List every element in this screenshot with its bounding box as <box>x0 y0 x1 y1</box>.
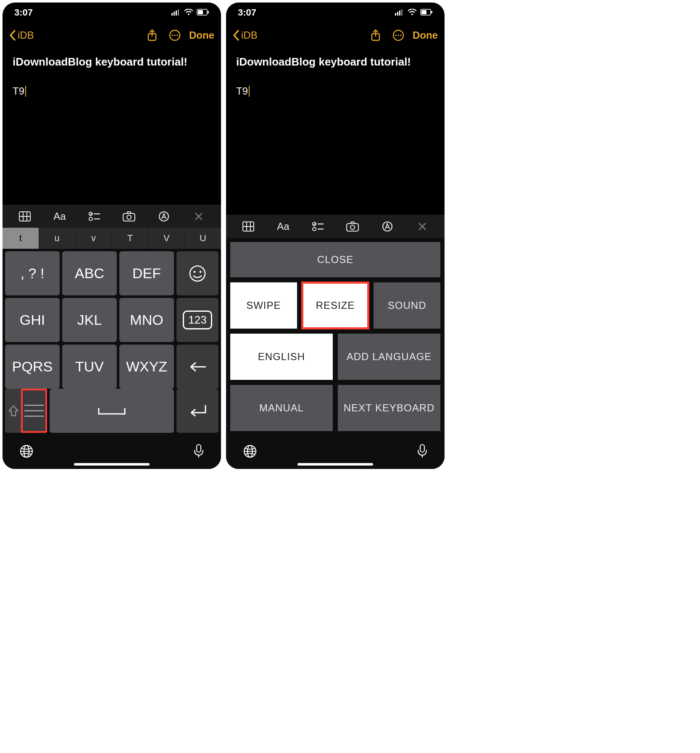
note-heading: iDownloadBlog keyboard tutorial! <box>13 55 211 68</box>
svg-point-11 <box>174 34 176 36</box>
suggestion-row: t u v T V U <box>3 228 221 249</box>
suggestion-item[interactable]: v <box>76 228 112 249</box>
settings-next-keyboard-button[interactable]: NEXT KEYBOARD <box>338 385 440 431</box>
status-icons <box>171 7 209 18</box>
text-cursor <box>25 86 26 97</box>
checklist-icon[interactable] <box>85 207 104 226</box>
svg-point-39 <box>411 13 413 15</box>
svg-point-4 <box>188 13 189 15</box>
shift-icon <box>8 404 18 418</box>
share-button[interactable] <box>367 27 384 44</box>
home-indicator <box>74 463 150 466</box>
svg-point-54 <box>313 227 316 231</box>
key-return[interactable] <box>176 389 218 433</box>
suggestion-item[interactable]: U <box>185 228 221 249</box>
key-wxyz[interactable]: WXYZ <box>119 345 174 389</box>
svg-rect-3 <box>178 9 179 16</box>
svg-point-27 <box>194 271 196 273</box>
share-button[interactable] <box>144 27 161 44</box>
battery-icon <box>420 7 433 18</box>
more-button[interactable] <box>390 27 407 44</box>
camera-icon[interactable] <box>343 217 362 236</box>
back-button[interactable]: iDB <box>233 29 258 41</box>
key-emoji[interactable] <box>176 251 218 295</box>
done-button[interactable]: Done <box>189 29 214 41</box>
format-icon[interactable]: Aa <box>50 207 69 226</box>
key-punct[interactable]: , ? ! <box>5 251 60 295</box>
key-pqrs[interactable]: PQRS <box>5 345 60 389</box>
back-button[interactable]: iDB <box>9 29 34 41</box>
svg-rect-37 <box>399 11 400 16</box>
note-body[interactable]: iDownloadBlog keyboard tutorial! T9 <box>3 48 221 205</box>
notes-toolbar: Aa <box>226 215 445 238</box>
settings-english-button[interactable]: ENGLISH <box>230 334 333 380</box>
camera-icon[interactable] <box>120 207 138 226</box>
svg-point-26 <box>190 266 205 281</box>
table-icon[interactable] <box>16 207 34 226</box>
close-toolbar-icon[interactable] <box>413 217 432 236</box>
svg-point-57 <box>350 225 355 229</box>
t9-keyboard: , ? ! ABC DEF GHI JKL MNO 123 PQRS TUV W… <box>3 249 221 389</box>
svg-rect-38 <box>401 9 403 16</box>
note-timestamp: April 28, 2023 at 3:07 PM <box>3 28 221 37</box>
table-icon[interactable] <box>239 217 258 236</box>
key-def[interactable]: DEF <box>119 251 174 295</box>
settings-manual-button[interactable]: MANUAL <box>230 385 333 431</box>
note-line: T9 <box>13 85 211 97</box>
wifi-icon <box>408 7 417 18</box>
markup-icon[interactable] <box>378 217 397 236</box>
svg-point-12 <box>176 34 178 36</box>
svg-rect-41 <box>421 10 426 14</box>
note-body[interactable]: iDownloadBlog keyboard tutorial! T9 <box>226 48 445 215</box>
status-time: 3:07 <box>14 7 33 18</box>
suggestion-item[interactable]: u <box>39 228 76 249</box>
settings-add-language-button[interactable]: ADD LANGUAGE <box>338 334 440 380</box>
shift-menu-key[interactable] <box>5 389 47 433</box>
key-backspace[interactable] <box>176 345 218 389</box>
note-timestamp: April 28, 2023 at 3:07 PM <box>226 28 445 37</box>
svg-point-10 <box>171 34 173 36</box>
mic-icon[interactable] <box>417 444 428 461</box>
phone-right: 3:07 April 28, 2023 at 3:07 PM iDB Done … <box>226 3 445 469</box>
status-bar: 3:07 <box>226 3 445 23</box>
notes-toolbar: Aa <box>3 205 221 228</box>
done-button[interactable]: Done <box>413 29 438 41</box>
format-icon[interactable]: Aa <box>274 217 292 236</box>
phone-left: 3:07 April 28, 2023 at 3:07 PM iDB Done <box>3 3 221 469</box>
more-button[interactable] <box>166 27 183 44</box>
nav-bar: April 28, 2023 at 3:07 PM iDB Done <box>3 23 221 48</box>
key-ghi[interactable]: GHI <box>5 298 60 342</box>
text-cursor <box>249 86 250 97</box>
key-abc[interactable]: ABC <box>62 251 117 295</box>
svg-point-19 <box>89 217 92 221</box>
suggestion-item[interactable]: V <box>148 228 185 249</box>
settings-swipe-button[interactable]: SWIPE <box>230 282 297 329</box>
svg-rect-35 <box>395 13 396 16</box>
suggestion-item[interactable]: t <box>3 228 39 249</box>
key-123[interactable]: 123 <box>176 298 218 342</box>
back-label: iDB <box>241 29 258 41</box>
mic-icon[interactable] <box>193 444 204 461</box>
battery-icon <box>197 7 209 18</box>
signal-icon <box>171 7 181 18</box>
key-jkl[interactable]: JKL <box>62 298 117 342</box>
svg-rect-7 <box>208 11 209 13</box>
key-space[interactable] <box>50 389 174 433</box>
settings-sound-button[interactable]: SOUND <box>374 282 440 329</box>
key-tuv[interactable]: TUV <box>62 345 117 389</box>
key-mno[interactable]: MNO <box>119 298 174 342</box>
settings-resize-button[interactable]: RESIZE <box>302 282 369 329</box>
globe-icon[interactable] <box>19 444 34 460</box>
globe-icon[interactable] <box>243 444 257 460</box>
back-label: iDB <box>18 29 34 41</box>
settings-close-button[interactable]: CLOSE <box>230 242 440 277</box>
checklist-icon[interactable] <box>309 217 327 236</box>
markup-icon[interactable] <box>155 207 173 226</box>
svg-rect-2 <box>176 11 177 16</box>
close-toolbar-icon[interactable] <box>189 207 208 226</box>
svg-rect-64 <box>420 445 424 452</box>
svg-rect-56 <box>347 224 358 231</box>
suggestion-item[interactable]: T <box>112 228 148 249</box>
status-time: 3:07 <box>238 7 256 18</box>
svg-rect-33 <box>197 445 201 452</box>
